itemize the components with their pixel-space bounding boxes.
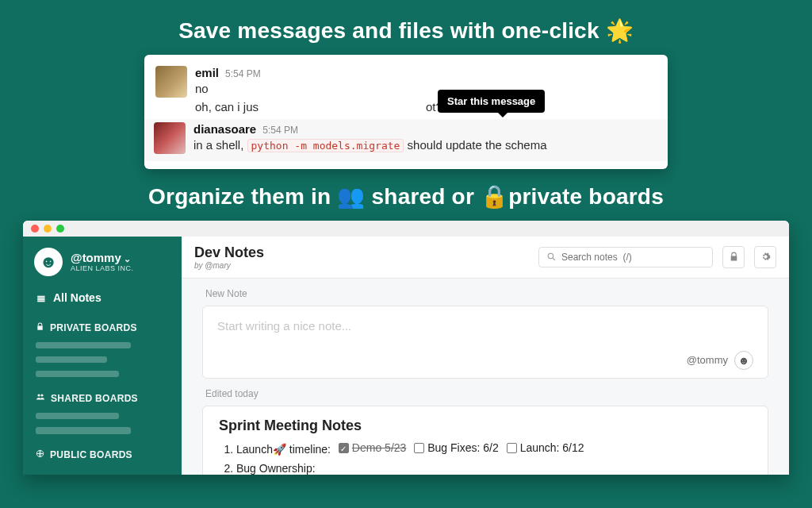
section-label-new-note: New Note: [182, 279, 789, 306]
task-chip-done[interactable]: Demo 5/23: [339, 439, 406, 458]
avatar: [154, 122, 186, 154]
avatar: [155, 66, 187, 98]
note-title: Sprint Meeting Notes: [219, 418, 752, 434]
hero-2-text: Organize them in: [148, 184, 337, 209]
inline-code: python -m models.migrate: [247, 139, 404, 152]
message-body: dianasoare 5:54 PM in a shell, python -m…: [193, 122, 655, 155]
task-chip[interactable]: Launch: 6/12: [507, 439, 584, 458]
sidebar-board-placeholder[interactable]: [36, 342, 131, 348]
sidebar-section-private[interactable]: PRIVATE BOARDS: [23, 311, 182, 338]
sidebar-board-placeholder[interactable]: [36, 413, 119, 419]
sidebar-section-public[interactable]: PUBLIC BOARDS: [23, 438, 182, 465]
list-icon: ≣: [36, 291, 47, 304]
user-handle: @tommy⌄: [71, 251, 134, 264]
globe-icon: [36, 449, 44, 460]
sparkle-star-icon: 🌟: [606, 17, 634, 44]
note-text: timeline:: [286, 443, 331, 456]
people-icon: [36, 392, 45, 404]
sidebar: ☻ @tommy⌄ ALIEN LABS INC. ≣ All Notes PR…: [23, 237, 182, 475]
note-list-item: Launch🚀 timeline: Demo 5/23 Bug Fixes: 6…: [236, 439, 752, 460]
message-text: oh, can i jus xxxxxxxxxxxxxxxxxxxxxxxxxx…: [195, 98, 653, 117]
org-name: ALIEN LABS INC.: [71, 264, 134, 272]
message-text-fragment: in a shell,: [193, 138, 247, 152]
sidebar-section-label: PUBLIC BOARDS: [50, 449, 132, 460]
svg-point-1: [40, 394, 43, 397]
window-zoom-button[interactable]: [56, 225, 64, 233]
compose-placeholder: Start writing a nice note...: [217, 319, 753, 351]
hero-1-text: Save messages and files with one-click: [178, 18, 605, 43]
chat-message: emil 5:54 PM no oh, can i jus xxxxxxxxxx…: [154, 63, 655, 119]
board-title: Dev Notes: [194, 244, 264, 261]
message-header: emil 5:54 PM: [195, 66, 653, 79]
rocket-icon: 🚀: [273, 443, 286, 456]
section-label-edited: Edited today: [182, 379, 789, 406]
search-icon: [546, 252, 557, 262]
sidebar-user-meta: @tommy⌄ ALIEN LABS INC.: [71, 251, 134, 273]
message-timestamp: 5:54 PM: [262, 125, 298, 136]
hero-headline-1: Save messages and files with one-click 🌟: [0, 0, 812, 55]
sidebar-item-label: All Notes: [53, 291, 102, 304]
note-text: Launch: [236, 443, 273, 456]
window-close-button[interactable]: [31, 225, 39, 233]
app-window: ☻ @tommy⌄ ALIEN LABS INC. ≣ All Notes PR…: [23, 221, 789, 475]
board-byline: by @mary: [194, 261, 264, 270]
task-chip[interactable]: Bug Fixes: 6/2: [414, 439, 499, 458]
app-body: ☻ @tommy⌄ ALIEN LABS INC. ≣ All Notes PR…: [23, 237, 789, 475]
sidebar-item-all-notes[interactable]: ≣ All Notes: [23, 284, 182, 311]
message-text: no: [195, 80, 653, 98]
tooltip-text: Star this message: [447, 95, 535, 107]
chip-label: Launch: 6/12: [520, 439, 584, 458]
message-text: in a shell, python -m models.migrate sho…: [193, 137, 655, 155]
note-list: Launch🚀 timeline: Demo 5/23 Bug Fixes: 6…: [219, 439, 752, 475]
message-text-fragment: oh, can i jus: [195, 100, 259, 114]
star-tooltip: Star this message: [438, 90, 545, 113]
chevron-down-icon: ⌄: [124, 254, 131, 264]
main-panel: Dev Notes by @mary New Note Start writin…: [182, 237, 789, 475]
sidebar-board-placeholder[interactable]: [36, 356, 107, 363]
privacy-toggle-button[interactable]: [722, 246, 745, 268]
chip-label: Demo 5/23: [352, 439, 406, 458]
hero-headline-2: Organize them in 👥 shared or 🔒private bo…: [0, 169, 812, 221]
message-username: dianasoare: [193, 122, 256, 136]
board-title-block: Dev Notes by @mary: [194, 244, 264, 270]
user-avatar-icon: ☻: [34, 248, 63, 276]
message-text-fragment: should update the schema: [404, 138, 546, 152]
settings-button[interactable]: [754, 246, 776, 268]
checkbox-checked-icon: [339, 443, 349, 453]
chat-preview-card: emil 5:54 PM no oh, can i jus xxxxxxxxxx…: [144, 55, 668, 169]
main-header: Dev Notes by @mary: [182, 237, 789, 279]
message-body: emil 5:54 PM no oh, can i jus xxxxxxxxxx…: [195, 66, 653, 116]
sidebar-section-shared[interactable]: SHARED BOARDS: [23, 381, 182, 409]
chat-message: dianasoare 5:54 PM in a shell, python -m…: [144, 119, 668, 161]
sidebar-board-placeholder[interactable]: [36, 371, 119, 377]
note-card[interactable]: Sprint Meeting Notes Launch🚀 timeline: D…: [202, 406, 768, 475]
compose-author: @tommy: [687, 354, 728, 366]
message-header: dianasoare 5:54 PM: [193, 122, 655, 136]
search-input-wrap[interactable]: [538, 247, 713, 267]
svg-point-3: [548, 253, 553, 259]
chip-label: Bug Fixes: 6/2: [427, 439, 499, 458]
sidebar-section-label: SHARED BOARDS: [51, 393, 138, 404]
hero-2-text: private boards: [508, 184, 664, 209]
author-avatar-icon: ☻: [734, 351, 753, 370]
window-titlebar: [23, 221, 789, 237]
compose-footer: @tommy ☻: [217, 351, 753, 370]
svg-point-0: [37, 394, 40, 397]
sidebar-user[interactable]: ☻ @tommy⌄ ALIEN LABS INC.: [23, 246, 182, 284]
note-list-item: Bug Ownership:: [236, 460, 752, 475]
checkbox-icon: [507, 443, 517, 453]
note-compose[interactable]: Start writing a nice note... @tommy ☻: [202, 306, 768, 379]
hero-2-text: shared or: [366, 184, 481, 209]
search-input[interactable]: [561, 252, 705, 263]
lock-icon: [729, 252, 739, 262]
sidebar-board-placeholder[interactable]: [36, 427, 131, 433]
checkbox-icon: [414, 443, 424, 453]
message-username: emil: [195, 66, 219, 79]
message-timestamp: 5:54 PM: [225, 68, 261, 79]
silhouette-icon: 👥: [337, 184, 365, 209]
lock-icon: 🔒: [481, 184, 508, 209]
lock-icon: [36, 322, 44, 333]
sidebar-section-label: PRIVATE BOARDS: [50, 322, 137, 333]
window-minimize-button[interactable]: [44, 225, 52, 233]
gear-icon: [760, 252, 771, 262]
